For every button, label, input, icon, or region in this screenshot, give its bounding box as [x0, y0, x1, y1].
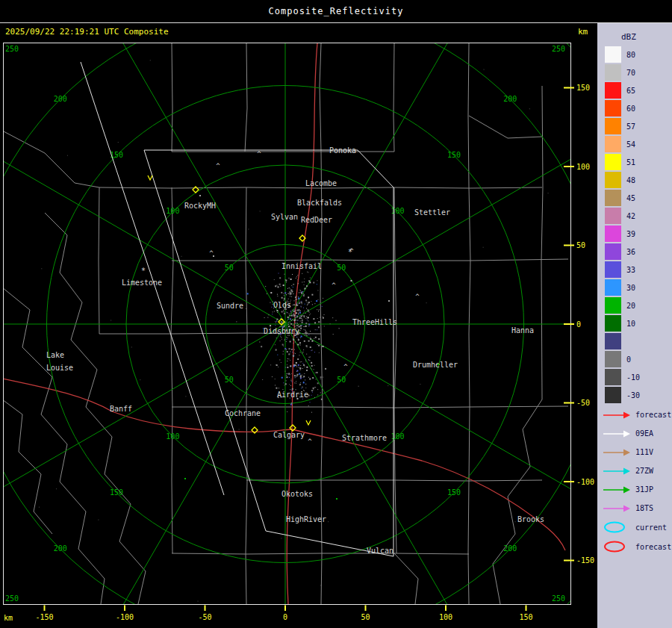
caret-marker-icon: ^ [308, 438, 312, 445]
bottom-axis-label: 50 [361, 613, 370, 621]
dot-marker-icon [199, 195, 201, 196]
legend-swatch [605, 100, 621, 116]
range-ring-label: 200 [503, 544, 517, 553]
county-boundary [99, 187, 99, 334]
track-legend-row: 09EA [597, 424, 672, 443]
right-axis-label: -150 [576, 556, 594, 565]
caret-marker-icon: ^ [343, 363, 348, 370]
unit-label-bottom: km [4, 614, 13, 622]
legend-swatch [605, 369, 621, 385]
legend-value: 45 [626, 194, 635, 202]
city-label: Sundre [217, 302, 243, 310]
legend-swatch [605, 261, 621, 278]
range-ring-label: 150 [447, 151, 461, 159]
bottom-axis-label: -150 [35, 613, 53, 621]
city-label: Innisfail [281, 262, 322, 270]
right-axis-label: 100 [576, 163, 590, 171]
map-panel: 2025/09/22 22:19:21 UTC Composite km 501… [0, 23, 597, 628]
legend-entry: 65 [597, 81, 672, 99]
range-ring-label: 150 [447, 488, 461, 497]
legend-value: 70 [626, 69, 635, 77]
radar-map[interactable]: 5010015020025050100150200250501001502002… [0, 41, 597, 628]
dbz-scale: 807065605754514845423936333020100-10-30 [597, 46, 672, 404]
track-legend-row: 27ZW [597, 461, 672, 480]
legend-swatch [605, 297, 621, 314]
county-boundary [394, 553, 418, 604]
legend-entry: 54 [597, 135, 672, 153]
azimuth-line [82, 41, 286, 324]
city-label: Banff [110, 405, 132, 413]
track-label: forecast [635, 411, 671, 419]
legend-swatch [605, 243, 621, 260]
asterisk-marker-icon: * [141, 267, 146, 275]
legend-entry: 70 [597, 63, 672, 81]
legend-value: 48 [626, 176, 635, 184]
county-boundary [246, 480, 542, 481]
track-label: 27ZW [635, 467, 653, 475]
county-boundary [320, 43, 321, 152]
azimuth-line [0, 121, 285, 325]
legend-swatch [605, 333, 621, 349]
legend-swatch [605, 64, 621, 81]
dot-marker-icon [213, 255, 214, 257]
legend-value: -30 [626, 391, 640, 400]
legend-value: 0 [626, 355, 631, 364]
legend-entry [597, 332, 672, 350]
track-arrow-icon [602, 427, 632, 441]
legend-entry: 45 [597, 189, 672, 207]
range-ring-label: 200 [503, 95, 517, 103]
right-axis-label: -50 [576, 399, 590, 407]
azimuth-line [285, 324, 489, 628]
range-ring-label: 250 [552, 45, 565, 53]
bottom-axis-label: 100 [439, 613, 452, 621]
range-ring-label: 50 [225, 376, 234, 384]
legend-swatch [605, 154, 621, 170]
azimuth-line [0, 324, 285, 528]
legend-entry: 57 [597, 117, 672, 135]
window-title: Composite_Reflectivity [269, 6, 404, 16]
right-axis-label: -100 [576, 478, 594, 486]
legend-swatch [605, 279, 621, 296]
city-label: Sylvan [271, 213, 298, 221]
legend-value: 10 [626, 320, 635, 328]
legend-value: 80 [626, 51, 635, 59]
timestamp: 2025/09/22 22:19:21 UTC Composite [5, 27, 169, 37]
county-boundary [172, 553, 469, 554]
track-legend-row: forecast [597, 405, 672, 424]
legend-value: 42 [626, 212, 635, 220]
city-label: Vulcan [367, 547, 393, 555]
range-ring-label: 250 [5, 45, 19, 53]
city-label: Limestone [122, 279, 162, 287]
right-axis-label: 50 [576, 241, 585, 249]
city-label: HighRiver [286, 515, 326, 523]
range-ring-label: 100 [391, 432, 405, 441]
city-label: Louise [46, 364, 73, 372]
track-arrow-icon [602, 408, 632, 422]
legend-entry: 39 [597, 225, 672, 243]
track-label: 09EA [635, 429, 653, 438]
county-boundary [172, 259, 568, 261]
range-ring-label: 100 [166, 207, 179, 215]
track-ellipse-icon [602, 520, 632, 534]
city-label: Lake [46, 351, 64, 359]
city-label: RedDeer [301, 216, 332, 224]
titlebar: Composite_Reflectivity [0, 0, 672, 23]
asterisk-marker-icon: * [348, 248, 352, 256]
bottom-axis-label: -100 [116, 613, 134, 621]
legend-entry: 51 [597, 153, 672, 171]
legend-value: 57 [626, 122, 635, 131]
city-label: Strathmore [342, 434, 387, 442]
track-label: 111V [635, 448, 653, 456]
county-boundary [394, 187, 396, 553]
legend-value: 20 [626, 302, 635, 310]
yellow-chevron-icon [148, 175, 152, 180]
track-arrow-icon [602, 446, 632, 459]
track-legend-row: 111V [597, 443, 672, 461]
city-label: Brooks [517, 515, 544, 523]
track-legend-row: forecast [597, 537, 672, 556]
track-label: 31JP [635, 485, 653, 494]
legend-swatch [605, 387, 621, 403]
legend-swatch [605, 46, 621, 63]
track-label: current [635, 523, 667, 532]
legend-swatch [605, 226, 621, 242]
